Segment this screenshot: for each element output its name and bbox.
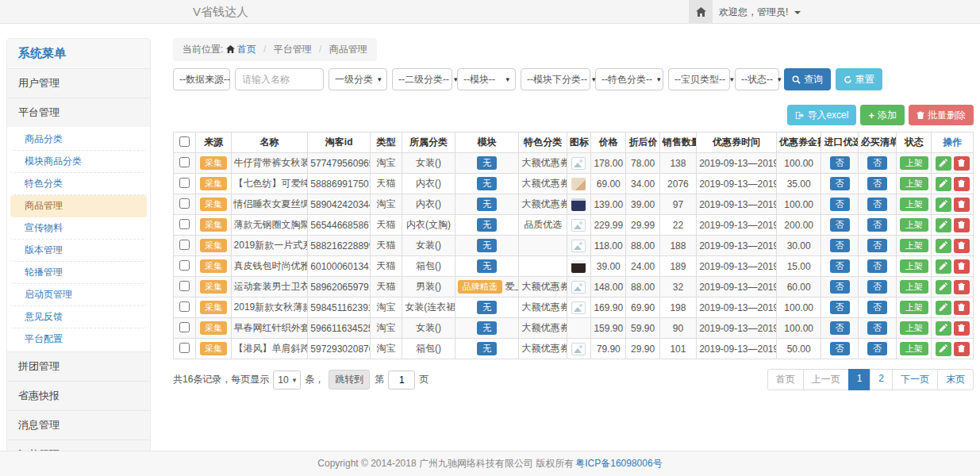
delete-button[interactable] [954,156,970,171]
row-checkbox[interactable] [179,260,190,271]
edit-button[interactable] [936,280,951,294]
delete-button[interactable] [954,280,970,294]
must-buy-toggle-button[interactable]: 否 [867,321,887,335]
sidebar-subitem[interactable]: 意见反馈 [10,306,147,328]
delete-button[interactable] [954,321,970,336]
delete-button[interactable] [954,301,970,315]
module-none-button[interactable]: 无 [477,239,497,252]
status-button[interactable]: 上架 [900,239,928,252]
user-menu[interactable]: 欢迎您，管理员! [719,0,801,24]
delete-button[interactable] [954,259,970,274]
sidebar-subitem[interactable]: 模块商品分类 [10,151,147,173]
must-buy-toggle-button[interactable]: 否 [867,280,887,294]
delete-button[interactable] [954,218,970,232]
must-buy-toggle-button[interactable]: 否 [867,259,887,273]
import-toggle-button[interactable]: 否 [830,342,850,355]
breadcrumb-home-link[interactable]: 首页 [237,44,256,55]
import-toggle-button[interactable]: 否 [830,177,850,190]
row-checkbox[interactable] [179,240,190,250]
sidebar-subitem[interactable]: 轮播管理 [10,262,147,284]
sidebar-item-platform[interactable]: 平台管理 [7,98,150,127]
row-checkbox[interactable] [179,198,190,209]
edit-button[interactable] [936,342,951,356]
per-page-select[interactable]: 10▾ [273,370,301,390]
status-button[interactable]: 上架 [900,342,928,355]
module-none-button[interactable]: 无 [477,321,497,335]
filter-select[interactable]: --模块--▾ [457,68,516,90]
delete-button[interactable] [954,177,970,191]
sidebar-subitem[interactable]: 宣传物料 [10,217,147,240]
import-toggle-button[interactable]: 否 [830,198,850,211]
sidebar-item-0[interactable]: 用户管理 [7,68,150,98]
import-toggle-button[interactable]: 否 [830,321,850,335]
sidebar-subitem[interactable]: 特色分类 [10,173,147,195]
status-button[interactable]: 上架 [900,198,928,211]
module-none-button[interactable]: 无 [477,218,497,232]
sidebar-subitem[interactable]: 版本管理 [10,240,147,262]
must-buy-toggle-button[interactable]: 否 [867,218,887,232]
delete-button[interactable] [954,198,970,212]
filter-select[interactable]: --状态--▾ [735,68,779,90]
edit-button[interactable] [936,156,951,171]
row-checkbox[interactable] [179,301,190,312]
select-all-checkbox[interactable] [179,136,190,147]
reset-button[interactable]: 重置 [836,68,882,90]
import-toggle-button[interactable]: 否 [830,239,850,252]
sidebar-item[interactable]: 省惠快报 [7,381,150,410]
page-button-末页[interactable]: 末页 [937,369,974,390]
import-toggle-button[interactable]: 否 [830,218,850,232]
must-buy-toggle-button[interactable]: 否 [867,156,887,170]
module-none-button[interactable]: 无 [477,156,497,170]
batch-delete-button[interactable]: 批量删除 [909,105,974,125]
edit-button[interactable] [936,177,951,191]
delete-button[interactable] [954,342,970,356]
edit-button[interactable] [936,301,951,315]
must-buy-toggle-button[interactable]: 否 [867,177,887,190]
import-toggle-button[interactable]: 否 [830,280,850,294]
sidebar-subitem[interactable]: 启动页管理 [10,284,147,306]
filter-select[interactable]: --模块下分类--▾ [521,68,590,90]
row-checkbox[interactable] [179,343,190,353]
page-button-1[interactable]: 1 [848,369,871,390]
status-button[interactable]: 上架 [900,156,928,170]
row-checkbox[interactable] [179,322,190,332]
icp-link[interactable]: 粤ICP备16098006号 [575,457,662,470]
import-toggle-button[interactable]: 否 [830,259,850,273]
filter-select[interactable]: 一级分类▾ [329,68,387,90]
module-none-button[interactable]: 无 [477,342,497,355]
edit-button[interactable] [936,259,951,274]
sidebar-item[interactable]: 拼团管理 [7,351,150,381]
search-button[interactable]: 查询 [784,68,831,90]
page-button-2[interactable]: 2 [870,369,893,390]
edit-button[interactable] [936,198,951,212]
import-toggle-button[interactable]: 否 [830,301,850,314]
must-buy-toggle-button[interactable]: 否 [867,198,887,211]
jump-button[interactable]: 跳转到 [329,370,370,390]
page-number-input[interactable] [388,370,415,390]
sidebar-subitem[interactable]: 商品管理 [10,195,147,217]
sidebar-item[interactable]: 消息管理 [7,410,150,440]
page-button-下一页[interactable]: 下一页 [892,369,938,390]
must-buy-toggle-button[interactable]: 否 [867,239,887,252]
edit-button[interactable] [936,239,951,253]
status-button[interactable]: 上架 [900,301,928,314]
status-button[interactable]: 上架 [900,218,928,232]
filter-select[interactable]: --宝贝类型--▾ [668,68,730,90]
module-none-button[interactable]: 无 [477,177,497,190]
row-checkbox[interactable] [179,219,190,229]
must-buy-toggle-button[interactable]: 否 [867,342,887,355]
home-button[interactable] [689,0,713,24]
module-none-button[interactable]: 无 [477,259,497,273]
sidebar-subitem[interactable]: 平台配置 [10,328,147,350]
import-excel-button[interactable]: 导入excel [787,105,856,125]
add-button[interactable]: + 添加 [860,105,905,125]
status-button[interactable]: 上架 [900,321,928,335]
edit-button[interactable] [936,321,951,336]
module-none-button[interactable]: 无 [477,198,497,211]
status-button[interactable]: 上架 [900,177,928,190]
delete-button[interactable] [954,239,970,253]
status-button[interactable]: 上架 [900,280,928,294]
must-buy-toggle-button[interactable]: 否 [867,301,887,314]
filter-select[interactable]: --二级分类--▾ [392,68,452,90]
import-toggle-button[interactable]: 否 [830,156,850,170]
